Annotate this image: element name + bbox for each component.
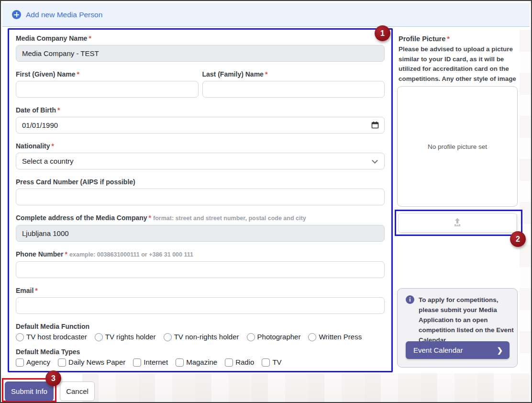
required-asterisk: * [65, 250, 67, 258]
background-watermark [82, 373, 530, 403]
checkbox-icon [225, 358, 233, 367]
required-asterisk: * [52, 142, 54, 150]
plus-circle-icon [12, 10, 21, 19]
media-types-options: Agency Daily News Paper Internet Magazin… [16, 358, 385, 367]
checkbox-icon [133, 358, 141, 367]
upload-annotation-box [395, 210, 522, 236]
dob-label: Date of Birth* [16, 107, 385, 114]
phone-example-hint: example: 0038631000111 or +386 31 000 11… [69, 251, 193, 258]
required-asterisk: * [35, 287, 37, 294]
checkbox-tv[interactable]: TV [262, 358, 281, 367]
phone-label: Phone Number*example: 0038631000111 or +… [16, 251, 385, 258]
address-format-hint: format: street and street number, postal… [153, 215, 306, 222]
checkbox-magazine[interactable]: Magazine [176, 358, 217, 367]
checkbox-icon [176, 358, 184, 367]
nationality-select[interactable]: Select a country [16, 153, 385, 169]
chevron-down-icon [372, 157, 378, 164]
required-asterisk: * [77, 70, 79, 78]
chevron-right-icon: ❯ [497, 346, 503, 355]
radio-icon [95, 333, 103, 341]
checkbox-daily-news-paper[interactable]: Daily News Paper [58, 358, 125, 367]
dob-input[interactable] [16, 117, 385, 134]
radio-icon [164, 333, 172, 341]
info-text: To apply for competitions, please submit… [419, 295, 514, 345]
required-asterisk: * [149, 214, 151, 222]
checkbox-icon [16, 358, 24, 367]
last-name-label: Last (Family) Name* [202, 71, 385, 78]
checkbox-icon [58, 358, 66, 367]
radio-icon [247, 333, 255, 341]
radio-tv-rights-holder[interactable]: TV rights holder [95, 332, 156, 342]
checkbox-icon [262, 358, 270, 367]
phone-input[interactable] [16, 261, 385, 278]
required-asterisk: * [57, 106, 60, 114]
media-function-options: TV host brodcaster TV rights holder TV n… [16, 332, 385, 342]
upload-icon [451, 216, 464, 230]
annotation-badge-2: 2 [510, 231, 526, 247]
required-asterisk: * [447, 35, 450, 43]
submit-info-button[interactable]: Submit Info [5, 381, 54, 401]
checkbox-agency[interactable]: Agency [16, 358, 50, 367]
radio-written-press[interactable]: Written Press [308, 332, 362, 342]
background-watermark-right [520, 30, 531, 372]
address-input[interactable] [16, 225, 385, 242]
first-name-input[interactable] [16, 81, 199, 98]
required-asterisk: * [89, 34, 91, 42]
radio-tv-non-rights-holder[interactable]: TV non-rights holder [164, 332, 239, 342]
annotation-badge-3: 3 [45, 370, 61, 386]
checkbox-radio[interactable]: Radio [225, 358, 254, 367]
page-header: Add new Media Person [2, 3, 530, 27]
media-function-label: Default Media Function [16, 323, 385, 330]
page-title: Add new Media Person [26, 11, 102, 19]
address-label: Complete address of the Media Company*fo… [16, 214, 385, 222]
calendar-icon[interactable] [371, 121, 379, 129]
nationality-label: Nationality* [16, 143, 385, 150]
media-company-input[interactable] [16, 45, 385, 62]
nationality-selected-value: Select a country [22, 157, 74, 165]
event-calendar-button[interactable]: Event Calendar ❯ [406, 341, 510, 359]
radio-photographer[interactable]: Photographer [247, 332, 301, 342]
radio-icon [16, 333, 24, 341]
add-media-person-page: Add new Media Person Media Company Name*… [0, 0, 532, 403]
competitions-info-box: i To apply for competitions, please subm… [397, 288, 518, 368]
press-card-label: Press Card Number (AIPS if possible) [16, 179, 385, 186]
profile-picture-preview: No profile picture set [397, 86, 518, 207]
checkbox-internet[interactable]: Internet [133, 358, 168, 367]
last-name-input[interactable] [202, 81, 385, 98]
media-company-label: Media Company Name* [16, 35, 385, 42]
press-card-input[interactable] [16, 189, 385, 205]
upload-picture-button[interactable] [398, 213, 517, 233]
info-icon: i [406, 295, 414, 304]
media-person-form: Media Company Name* First (Given) Name* … [8, 28, 393, 372]
email-input[interactable] [16, 297, 385, 314]
radio-icon [308, 333, 316, 341]
required-asterisk: * [265, 70, 267, 78]
radio-tv-host-brodcaster[interactable]: TV host brodcaster [16, 332, 87, 342]
media-types-label: Default Media Types [16, 348, 385, 356]
profile-picture-title: Profile Picture* [399, 35, 450, 43]
first-name-label: First (Given) Name* [16, 71, 199, 78]
annotation-badge-1: 1 [375, 25, 390, 41]
email-label: Email* [16, 287, 385, 294]
cancel-button[interactable]: Cancel [60, 381, 95, 401]
no-picture-text: No profile picture set [428, 143, 487, 150]
